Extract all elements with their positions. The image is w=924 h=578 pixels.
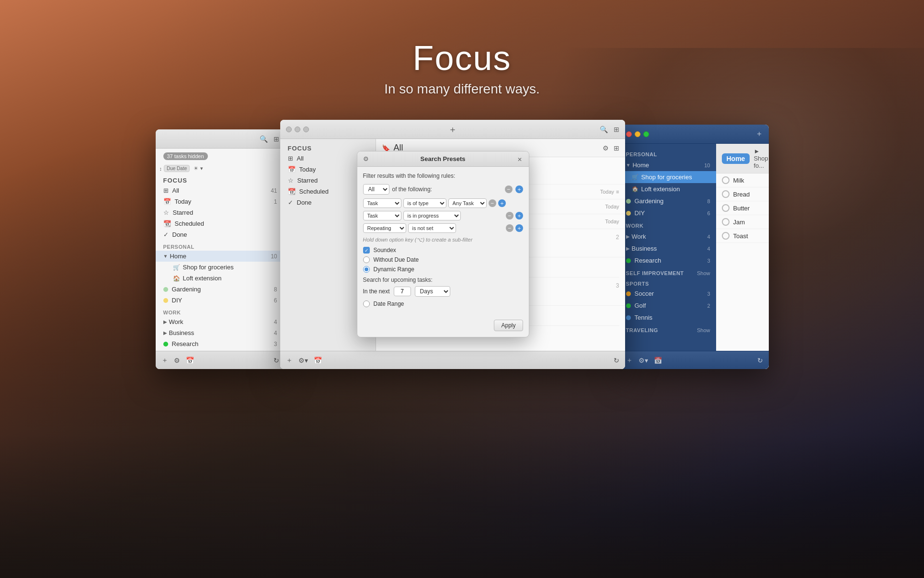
milk-checkbox[interactable] bbox=[722, 176, 730, 184]
rule1-condition-select[interactable]: is of type bbox=[403, 198, 446, 208]
plus-icon-middle[interactable]: ＋ bbox=[448, 124, 457, 135]
add-icon-left[interactable]: ＋ bbox=[161, 356, 168, 365]
without-due-date-row[interactable]: Without Due Date bbox=[363, 256, 523, 263]
right-sidebar-gardening[interactable]: Gardening 8 bbox=[620, 195, 716, 207]
gear-icon-mid[interactable]: ⚙▾ bbox=[298, 357, 308, 364]
chevron-icon[interactable]: ▾ bbox=[200, 165, 203, 172]
layout-icon-mid[interactable]: ⊞ bbox=[614, 144, 619, 152]
panel-icon-middle[interactable]: ⊞ bbox=[614, 126, 619, 133]
date-range-row[interactable]: Date Range bbox=[363, 301, 523, 307]
right-sidebar-soccer[interactable]: Soccer 3 bbox=[620, 288, 716, 300]
toast-checkbox[interactable] bbox=[722, 232, 730, 240]
soundex-row[interactable]: ✓ Soundex bbox=[363, 247, 523, 254]
right-sidebar-loft[interactable]: 🏠 Loft extension bbox=[620, 183, 716, 195]
traveling-show[interactable]: Show bbox=[697, 327, 710, 333]
sidebar-item-starred[interactable]: ☆ Starred bbox=[156, 207, 285, 218]
dynamic-range-radio[interactable] bbox=[363, 266, 370, 273]
right-sidebar-shop-groc[interactable]: 🛒 Shop for groceries bbox=[620, 171, 716, 183]
tl-maximize[interactable] bbox=[303, 127, 309, 132]
right-sidebar-tennis[interactable]: Tennis bbox=[620, 312, 716, 324]
rule3-field-select[interactable]: Repeating bbox=[363, 223, 406, 233]
shop-jam[interactable]: Jam bbox=[716, 215, 769, 229]
days-number-input[interactable] bbox=[394, 287, 411, 296]
plus-icon-right[interactable]: ＋ bbox=[755, 129, 763, 139]
sync-icon-right[interactable]: ↻ bbox=[757, 357, 763, 364]
sidebar-item-diy[interactable]: DIY 6 bbox=[156, 295, 285, 306]
apply-button[interactable]: Apply bbox=[494, 320, 523, 331]
rule1-add-btn[interactable]: ＋ bbox=[498, 199, 506, 207]
shop-butter[interactable]: Butter bbox=[716, 201, 769, 215]
sidebar-item-all[interactable]: ⊞ All 41 bbox=[156, 185, 285, 196]
search-icon-left[interactable]: 🔍 bbox=[260, 135, 268, 143]
sidebar-item-home[interactable]: ▼ Home 10 bbox=[156, 251, 285, 262]
filter-all-select[interactable]: All Any bbox=[363, 184, 389, 195]
rule2-condition-select[interactable]: is in progress bbox=[403, 211, 461, 220]
rule2-remove-btn[interactable]: − bbox=[506, 212, 513, 220]
right-sidebar-business[interactable]: ▶ Business 4 bbox=[620, 243, 716, 254]
settings-icon-mid[interactable]: ⚙ bbox=[603, 144, 609, 152]
sidebar-item-shop-groceries[interactable]: 🛒 Shop for groceries bbox=[156, 262, 285, 273]
right-sidebar-home[interactable]: ▼ Home 10 bbox=[620, 159, 716, 171]
gear-icon-left[interactable]: ⚙ bbox=[174, 357, 180, 364]
today-count: 1 bbox=[274, 198, 277, 205]
dialog-close-button[interactable]: ✕ bbox=[517, 156, 523, 162]
sync-icon-mid[interactable]: ↻ bbox=[614, 357, 619, 364]
tl-minimize-right[interactable] bbox=[635, 131, 640, 137]
loft-label-right: Loft extension bbox=[641, 185, 680, 193]
rule1-value-select[interactable]: Any Task bbox=[448, 198, 487, 208]
home-tab-active[interactable]: Home bbox=[722, 153, 750, 164]
sidebar-item-loft[interactable]: 🏠 Loft extension bbox=[156, 273, 285, 284]
right-sidebar-golf[interactable]: Golf 2 bbox=[620, 300, 716, 312]
rule2-add-btn[interactable]: ＋ bbox=[515, 212, 523, 220]
self-improvement-show[interactable]: Show bbox=[697, 270, 710, 276]
tl-maximize-right[interactable] bbox=[643, 131, 649, 137]
soundex-checkbox[interactable]: ✓ bbox=[363, 247, 370, 254]
sidebar-item-research[interactable]: Research 3 bbox=[156, 338, 285, 349]
sync-icon-left[interactable]: ↻ bbox=[274, 357, 279, 364]
sidebar-item-gardening[interactable]: Gardening 8 bbox=[156, 284, 285, 295]
sidebar-item-done[interactable]: ✓ Done bbox=[156, 229, 285, 240]
butter-checkbox[interactable] bbox=[722, 204, 730, 212]
shop-milk[interactable]: Milk bbox=[716, 173, 769, 187]
calendar-icon-right[interactable]: 📅 bbox=[654, 357, 662, 364]
rule3-condition-select[interactable]: is not set bbox=[408, 223, 456, 233]
right-sidebar-work[interactable]: ▶ Work 4 bbox=[620, 231, 716, 243]
sidebar-item-work[interactable]: ▶ Work 4 bbox=[156, 316, 285, 327]
sidebar-item-scheduled[interactable]: 📆 Scheduled bbox=[156, 218, 285, 229]
rule3-remove-btn[interactable]: − bbox=[506, 224, 513, 232]
date-range-radio[interactable] bbox=[363, 301, 370, 307]
tl-close-right[interactable] bbox=[626, 131, 632, 137]
rule2-field-select[interactable]: Task bbox=[363, 211, 401, 220]
rule1-field-select[interactable]: Task bbox=[363, 198, 401, 208]
tl-minimize[interactable] bbox=[295, 127, 300, 132]
shop-tab[interactable]: ► Shop fo... bbox=[753, 148, 768, 169]
sort-due-date[interactable]: Due Date bbox=[164, 165, 190, 172]
calendar-icon-left[interactable]: 📅 bbox=[186, 357, 194, 364]
calendar-icon-mid[interactable]: 📅 bbox=[314, 357, 322, 364]
right-sidebar-diy[interactable]: DIY 6 bbox=[620, 207, 716, 219]
right-sidebar-research[interactable]: Research 3 bbox=[620, 254, 716, 266]
sidebar-item-today[interactable]: 📅 Today 1 bbox=[156, 196, 285, 207]
without-due-date-radio[interactable] bbox=[363, 256, 370, 263]
research-dot-right bbox=[626, 258, 631, 263]
add-icon-right[interactable]: ＋ bbox=[626, 356, 633, 365]
rule3-add-btn[interactable]: ＋ bbox=[515, 224, 523, 232]
panel-icon-left[interactable]: ⊞ bbox=[274, 135, 279, 143]
dynamic-range-row[interactable]: Dynamic Range bbox=[363, 266, 523, 273]
jam-checkbox[interactable] bbox=[722, 218, 730, 226]
filter-add-rule-btn[interactable]: ＋ bbox=[515, 185, 523, 193]
tl-close[interactable] bbox=[286, 127, 292, 132]
gear-icon-right[interactable]: ⚙▾ bbox=[639, 357, 648, 364]
sun-icon[interactable]: ☀ bbox=[194, 165, 198, 172]
rule1-remove-btn[interactable]: − bbox=[489, 199, 496, 207]
focus-section-label: FOCUS bbox=[156, 175, 285, 185]
bread-checkbox[interactable] bbox=[722, 190, 730, 198]
shop-bread[interactable]: Bread bbox=[716, 187, 769, 201]
shop-toast[interactable]: Toast bbox=[716, 229, 769, 243]
search-icon-middle[interactable]: 🔍 bbox=[600, 126, 608, 133]
filter-remove-all-btn[interactable]: − bbox=[505, 185, 513, 193]
add-icon-mid[interactable]: ＋ bbox=[286, 356, 293, 365]
sidebar-item-business[interactable]: ▶ Business 4 bbox=[156, 327, 285, 338]
days-unit-select[interactable]: Days Weeks Months bbox=[415, 286, 450, 297]
done-label: Done bbox=[172, 231, 277, 238]
